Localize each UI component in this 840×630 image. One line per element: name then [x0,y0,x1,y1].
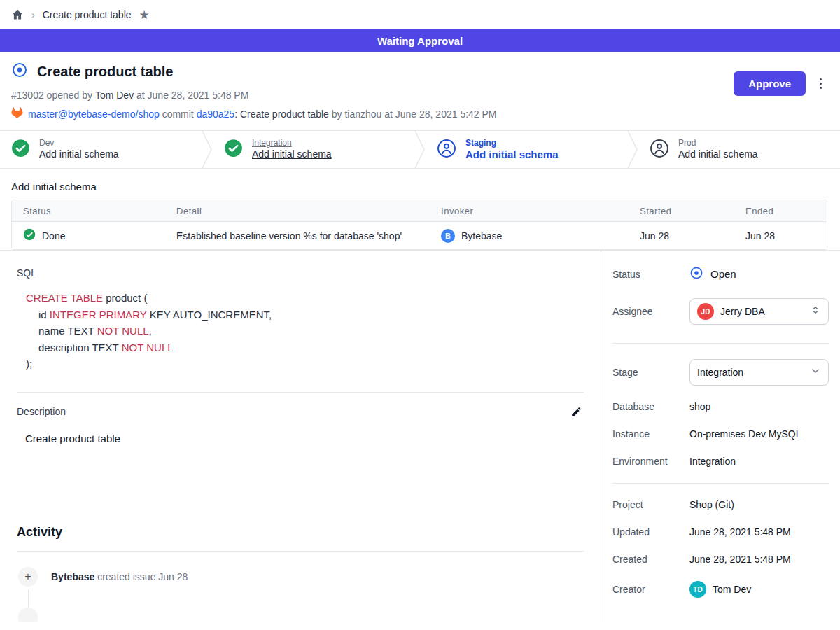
commit-line: master@bytebase-demo/shop commit da90a25… [11,107,823,120]
breadcrumb-current-page: Create product table [43,9,132,20]
activity-action: created issue Jun 28 [94,571,188,582]
pipeline-stage-bar: Dev Add initial schema Integration Add i… [0,130,840,169]
stage-separator [627,131,638,168]
column-header-detail: Detail [165,200,430,221]
task-row: Done Established baseline version %s for… [12,221,827,249]
environment-label: Environment [612,456,690,467]
instance-value: On-premises Dev MySQL [690,428,829,440]
task-section-title: Add initial schema [11,181,829,192]
assignee-select[interactable]: JD Jerry DBA [690,298,829,325]
branch-repo-link[interactable]: master@bytebase-demo/shop [28,108,160,120]
task-table-header-row: Status Detail Invoker Started Ended [12,200,827,221]
column-header-ended: Ended [734,200,827,221]
activity-item: + Bytebase created issue Jun 28 [17,567,584,587]
column-header-status: Status [12,200,165,221]
commit-message: Create product table [240,108,329,120]
issue-author: Tom Dev [95,90,134,101]
waiting-approval-banner: Waiting Approval [0,29,840,52]
updated-value: June 28, 2021 5:48 PM [690,526,829,538]
stage-label: Stage [612,367,690,378]
activity-actor: Bytebase [51,571,94,582]
stage-done-check-icon [11,139,30,160]
column-header-started: Started [629,200,734,221]
project-label: Project [612,499,690,510]
assignee-value: Jerry DBA [720,306,765,317]
section-divider [17,551,584,552]
status-value: Open [710,268,736,280]
assignee-label: Assignee [612,306,690,317]
stage-prod[interactable]: Prod Add initial schema [638,131,840,168]
done-check-icon [23,228,36,243]
updated-label: Updated [612,526,690,538]
chevron-down-icon [810,365,821,379]
issue-detail-panel: SQL CREATE TABLE product ( id INTEGER PR… [0,251,601,622]
timeline-next-marker [18,608,38,622]
created-label: Created [612,554,690,565]
issue-meta: #13002 opened by Tom Dev at June 28, 202… [11,90,823,101]
breadcrumb-chevron-icon: › [31,9,35,20]
stage-integration[interactable]: Integration Add initial schema [213,131,414,168]
task-ended: Jun 28 [734,221,827,249]
stage-done-check-icon [224,139,243,160]
stage-dev[interactable]: Dev Add initial schema [0,131,202,168]
section-divider [17,392,584,393]
stage-separator [202,131,213,168]
stage-select[interactable]: Integration [690,359,829,386]
creator-label: Creator [612,584,690,595]
database-value: shop [690,401,829,412]
invoker-avatar: B [441,229,455,243]
plus-icon: + [18,567,38,587]
sidebar-divider [612,483,829,484]
issue-header: Create product table #13002 opened by To… [0,52,840,130]
database-label: Database [612,401,690,412]
sql-code-block: CREATE TABLE product ( id INTEGER PRIMAR… [26,290,584,372]
open-status-icon [690,266,704,282]
updown-chevron-icon [810,304,821,318]
task-table: Status Detail Invoker Started Ended Done… [11,200,827,250]
project-value: Shop (Git) [690,499,829,510]
activity-section-title: Activity [17,525,584,540]
environment-value: Integration [690,456,829,467]
sql-section-label: SQL [17,267,584,279]
task-status: Done [42,230,65,241]
edit-description-button[interactable] [569,405,584,419]
stage-value: Integration [697,367,743,378]
stage-separator [414,131,426,168]
issue-open-status-icon [11,62,28,81]
description-text: Create product table [25,433,584,444]
breadcrumb: › Create product table ★ [0,0,840,29]
status-label: Status [612,269,690,280]
timeline-connector [28,589,29,608]
home-icon[interactable] [11,8,24,21]
commit-hash-link[interactable]: da90a25 [197,108,235,120]
stage-staging[interactable]: Staging Add initial schema [426,131,627,168]
instance-label: Instance [612,428,690,440]
column-header-invoker: Invoker [430,200,629,221]
assignee-avatar: JD [697,303,714,320]
created-value: June 28, 2021 5:48 PM [690,554,829,565]
approve-button[interactable]: Approve [734,71,806,96]
gitlab-icon [11,107,23,120]
stage-pending-person-icon [437,139,456,161]
issue-sidebar: Status Open Assignee JD Jerry DBA Stage … [601,251,840,622]
bookmark-star-icon[interactable]: ★ [139,8,150,22]
sidebar-divider [612,343,829,344]
stage-pending-person-icon [650,139,669,161]
description-label: Description [17,406,66,417]
banner-text: Waiting Approval [377,35,463,47]
creator-avatar: TD [690,581,706,598]
creator-value: Tom Dev [713,584,751,595]
task-invoker: Bytebase [461,230,502,241]
kebab-menu-button[interactable] [817,76,825,92]
task-started: Jun 28 [629,221,734,249]
task-detail: Established baseline version %s for data… [165,221,430,249]
page-title: Create product table [37,64,173,80]
